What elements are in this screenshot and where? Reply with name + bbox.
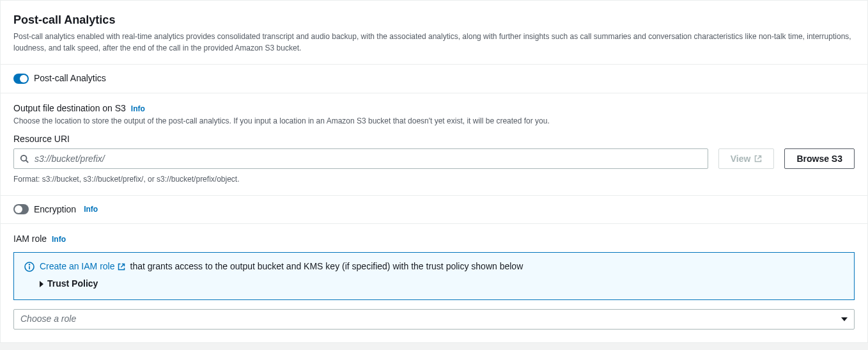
format-note: Format: s3://bucket, s3://bucket/prefix/… bbox=[13, 174, 855, 185]
trust-policy-toggle[interactable]: Trust Policy bbox=[40, 278, 844, 290]
output-destination-section: Output file destination on S3 Info Choos… bbox=[1, 93, 867, 196]
analytics-toggle-row: Post-call Analytics bbox=[1, 65, 867, 93]
create-iam-role-link[interactable]: Create an IAM role bbox=[40, 260, 125, 273]
analytics-toggle[interactable] bbox=[13, 74, 29, 84]
resource-uri-wrap bbox=[13, 148, 708, 169]
external-link-icon bbox=[754, 155, 762, 163]
panel-header: Post-call Analytics Post-call analytics … bbox=[1, 1, 867, 65]
create-iam-role-link-text: Create an IAM role bbox=[40, 260, 115, 273]
svg-point-4 bbox=[29, 264, 30, 265]
view-button-label: View bbox=[731, 154, 751, 164]
view-button[interactable]: View bbox=[718, 148, 775, 169]
alert-row: Create an IAM role that grants access to… bbox=[24, 260, 844, 273]
external-link-icon bbox=[118, 263, 125, 271]
output-dest-info-link[interactable]: Info bbox=[131, 104, 145, 113]
iam-role-select-placeholder: Choose a role bbox=[20, 313, 76, 326]
chevron-down-icon bbox=[841, 317, 848, 321]
resource-uri-row: View Browse S3 bbox=[13, 148, 855, 169]
panel-title: Post-call Analytics bbox=[13, 12, 855, 28]
iam-label: IAM role Info bbox=[13, 233, 855, 246]
iam-info-alert: Create an IAM role that grants access to… bbox=[13, 252, 855, 300]
svg-line-1 bbox=[26, 160, 29, 163]
search-icon bbox=[20, 154, 29, 163]
trust-policy-label: Trust Policy bbox=[47, 278, 98, 290]
analytics-toggle-label: Post-call Analytics bbox=[34, 72, 106, 85]
encryption-label: Encryption bbox=[34, 203, 76, 216]
iam-info-link[interactable]: Info bbox=[52, 235, 66, 244]
output-dest-label-text: Output file destination on S3 bbox=[13, 103, 126, 113]
resource-uri-input[interactable] bbox=[13, 148, 708, 169]
encryption-row: Encryption Info bbox=[1, 196, 867, 225]
post-call-analytics-panel: Post-call Analytics Post-call analytics … bbox=[0, 0, 868, 343]
iam-role-select[interactable]: Choose a role bbox=[13, 309, 855, 330]
output-dest-label: Output file destination on S3 Info bbox=[13, 102, 855, 115]
output-dest-hint: Choose the location to store the output … bbox=[13, 116, 855, 127]
encryption-toggle[interactable] bbox=[13, 204, 29, 214]
caret-right-icon bbox=[40, 281, 43, 287]
resource-uri-label: Resource URI bbox=[13, 133, 855, 146]
iam-label-text: IAM role bbox=[13, 234, 47, 244]
create-iam-role-suffix: that grants access to the output bucket … bbox=[130, 260, 523, 273]
info-icon bbox=[24, 262, 35, 272]
panel-description: Post-call analytics enabled with real-ti… bbox=[13, 31, 855, 54]
browse-s3-button[interactable]: Browse S3 bbox=[784, 148, 855, 169]
svg-point-0 bbox=[21, 155, 27, 161]
encryption-info-link[interactable]: Info bbox=[84, 204, 98, 215]
iam-section: IAM role Info Create an IAM role bbox=[1, 224, 867, 342]
